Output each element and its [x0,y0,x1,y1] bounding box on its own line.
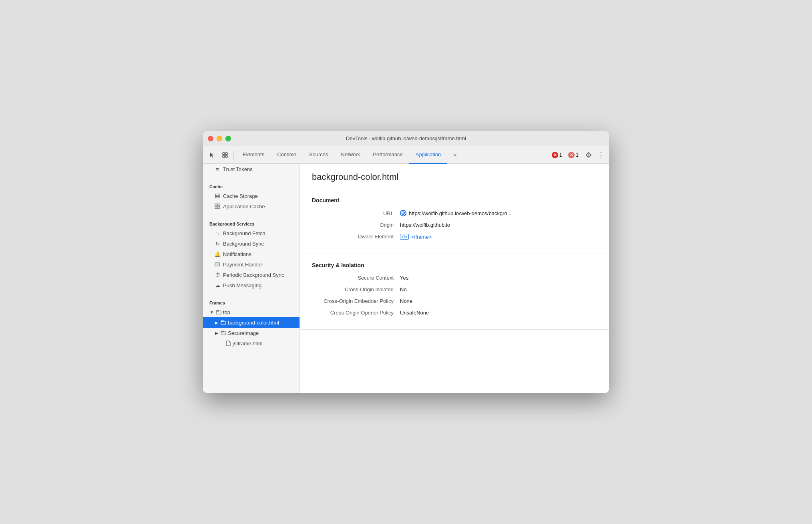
secure-context-value: Yes [400,275,408,281]
file-icon-jslframe [225,341,231,346]
svg-rect-3 [225,155,227,157]
url-row: URL https://wolfib.github.io/web-demos/b… [312,210,597,216]
url-label: URL [312,210,400,216]
origin-value: https://wolfib.github.io [400,222,450,228]
secure-context-label: Secure Context [312,275,400,281]
sidebar-label-bg-color: background-color.html [228,320,279,326]
more-options-icon[interactable]: ⋮ [596,149,606,161]
owner-element-value[interactable]: </> <iframe> [400,234,432,240]
sidebar-item-trust-tokens[interactable]: ≡ Trust Tokens [203,164,299,174]
window-title: DevTools - wolfib.github.io/web-demos/js… [346,135,466,141]
tree-toggle-secure-image[interactable]: ▶ [214,331,219,335]
cursor-icon [209,152,215,158]
minimize-button[interactable] [217,136,222,141]
url-icon [400,210,406,216]
application-cache-icon [214,203,221,210]
error-icon-1: ✕ [552,152,558,158]
error-icon-2: ✕ [568,152,575,158]
svg-rect-0 [223,153,225,155]
sidebar-item-cache-storage[interactable]: Cache Storage [203,191,299,201]
page-title: background-color.html [300,164,609,189]
sidebar-label-push-messaging: Push Messaging [223,282,261,288]
trust-tokens-icon: ≡ [214,166,221,172]
sidebar-label-cache-storage: Cache Storage [223,193,258,199]
svg-rect-1 [225,153,227,155]
owner-element-label: Owner Element [312,234,400,240]
url-value: https://wolfib.github.io/web-demos/backg… [400,210,512,216]
sidebar-section-frames: Frames [203,296,299,307]
tree-toggle-top[interactable]: ▼ [209,310,214,314]
grid-icon [215,204,220,209]
tab-console[interactable]: Console [271,146,303,164]
frame-icon-bg-color [221,320,226,325]
sidebar-item-periodic-bg-sync[interactable]: ⏱ Periodic Background Sync [203,270,299,280]
folder-icon-top [216,309,221,315]
inspect-icon-button[interactable] [219,149,231,161]
cursor-icon-button[interactable] [206,149,218,161]
svg-rect-7 [215,207,217,209]
toolbar-right: ✕ 1 ✕ 1 ⚙ ⋮ [549,149,606,161]
cross-origin-isolated-value: No [400,286,407,292]
frame-icon-secure-image [221,330,226,336]
security-section-title: Security & Isolation [312,262,597,268]
tab-application[interactable]: Application [409,146,448,164]
sidebar-label-application-cache: Application Cache [223,204,265,210]
sidebar-item-jslframe[interactable]: ▶ jsIframe.html [203,338,299,349]
tree-toggle-bg-color[interactable]: ▶ [214,320,219,325]
tab-more[interactable]: » [447,146,463,164]
sidebar-divider-1 [203,177,299,177]
content-panel: background-color.html Document URL [300,164,609,393]
titlebar: DevTools - wolfib.github.io/web-demos/js… [203,131,609,146]
maximize-button[interactable] [225,136,231,141]
sidebar-item-bg-sync[interactable]: ↻ Background Sync [203,238,299,249]
cross-origin-embedder-row: Cross-Origin Embedder Policy None [312,298,597,304]
sidebar-section-bg-services: Background Services [203,217,299,228]
sidebar-label-periodic-bg-sync: Periodic Background Sync [223,272,284,278]
cross-origin-embedder-label: Cross-Origin Embedder Policy [312,298,400,304]
owner-element-row: Owner Element </> <iframe> [312,234,597,240]
sidebar-item-push-messaging[interactable]: ☁ Push Messaging [203,280,299,290]
notifications-icon: 🔔 [214,251,221,257]
tab-network[interactable]: Network [335,146,367,164]
sidebar-label-bg-sync: Background Sync [223,241,264,247]
sidebar-item-bg-fetch[interactable]: ↑↓ Background Fetch [203,228,299,238]
sidebar-divider-2 [203,214,299,214]
push-messaging-icon: ☁ [214,282,221,288]
tab-elements[interactable]: Elements [236,146,271,164]
bg-fetch-icon: ↑↓ [214,230,221,236]
sidebar: ≡ Trust Tokens Cache Cache Storage [203,164,300,393]
document-section: Document URL https://wolfib.github.io/we… [300,189,609,254]
sidebar-section-cache: Cache [203,179,299,191]
origin-label: Origin [312,222,400,228]
svg-point-4 [215,194,219,195]
svg-rect-5 [215,204,217,206]
security-section: Security & Isolation Secure Context Yes … [300,254,609,330]
inspect-icon [222,152,228,158]
error-badge-1[interactable]: ✕ 1 [549,151,565,159]
secure-context-row: Secure Context Yes [312,275,597,281]
sidebar-item-bg-color[interactable]: ▶ background-color.html [203,317,299,328]
error-badge-2[interactable]: ✕ 1 [566,151,581,159]
iframe-icon [221,320,226,325]
tab-sources[interactable]: Sources [303,146,335,164]
cross-origin-opener-label: Cross-Origin Opener Policy [312,310,400,316]
sidebar-label-secure-image: SecureImage [228,330,259,336]
cache-storage-icon [214,193,221,199]
tab-performance[interactable]: Performance [366,146,409,164]
sidebar-item-top[interactable]: ▼ top [203,307,299,317]
sidebar-item-notifications[interactable]: 🔔 Notifications [203,249,299,259]
periodic-bg-sync-icon: ⏱ [214,272,221,278]
cross-origin-isolated-row: Cross-Origin Isolated No [312,286,597,292]
traffic-lights [208,136,231,141]
error-count-2: 1 [576,152,579,158]
sidebar-item-payment-handler[interactable]: Payment Handler [203,259,299,270]
close-button[interactable] [208,136,213,141]
circle-icon [401,211,405,215]
sidebar-item-application-cache[interactable]: Application Cache [203,201,299,212]
cross-origin-embedder-value: None [400,298,412,304]
settings-icon[interactable]: ⚙ [583,149,595,161]
toolbar: Elements Console Sources Network Perform… [203,146,609,164]
sidebar-item-secure-image[interactable]: ▶ SecureImage [203,328,299,338]
iframe-link-text[interactable]: <iframe> [411,234,432,240]
sidebar-label-trust-tokens: Trust Tokens [223,166,253,172]
